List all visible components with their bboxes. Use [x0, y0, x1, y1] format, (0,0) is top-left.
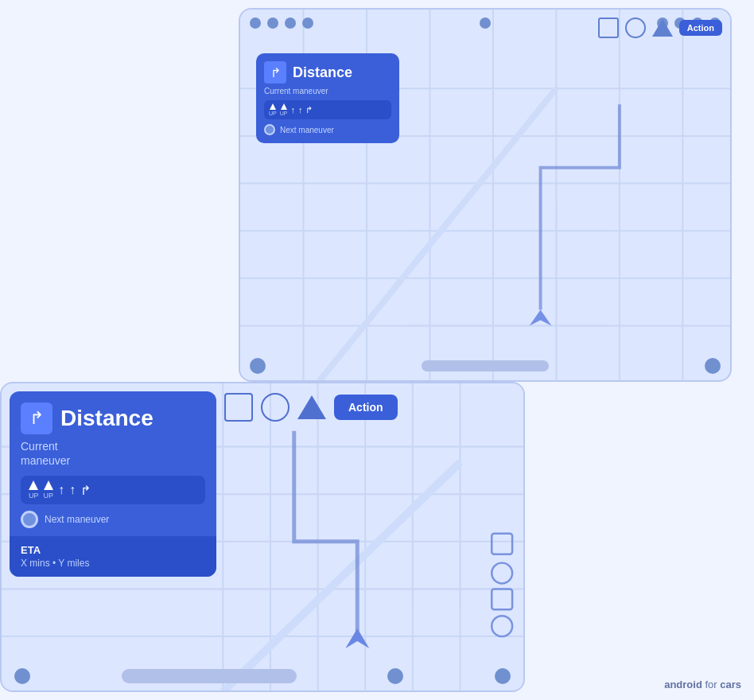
next-maneuver-row-large: Next maneuver — [21, 511, 205, 528]
next-maneuver-row-small: Next maneuver — [264, 124, 391, 135]
bottom-dot-left — [250, 358, 266, 374]
bottom-bar-small — [240, 358, 730, 374]
arrow-up-icon — [270, 103, 276, 110]
nav-title-row-large: ↱ Distance — [21, 402, 205, 434]
lane-up-lg-2: UP — [44, 480, 54, 500]
arrow-up-icon — [281, 103, 287, 110]
lane-up-2: UP — [280, 103, 288, 116]
arrow-up-icon-lg — [29, 480, 38, 490]
bottom-pill-small — [422, 360, 549, 371]
arrow-up-icon-lg — [44, 480, 53, 490]
current-maneuver-large: Currentmaneuver — [21, 439, 205, 468]
arrow-turn-right-icon-lg: ↱ — [80, 483, 91, 498]
large-card: Action ↱ Distance Currentmaneuver UP UP … — [0, 382, 525, 692]
eta-value: X mins • Y miles — [21, 558, 205, 569]
next-maneuver-text-small: Next maneuver — [280, 126, 334, 134]
lane-up-1: UP — [269, 103, 277, 116]
arrow-straight-icon: ↑ — [290, 105, 295, 115]
arrow-straight-icon-lg: ↑ — [69, 483, 76, 497]
bottom-bar-large — [2, 668, 523, 684]
nav-card-large: ↱ Distance Currentmaneuver UP UP ↑ ↑ — [10, 391, 216, 577]
eta-label: ETA — [21, 544, 205, 556]
square-icon-large[interactable] — [224, 393, 253, 422]
action-button-small[interactable]: Action — [679, 20, 722, 36]
triangle-icon-large — [297, 395, 326, 419]
top-bar-small: Action — [598, 18, 722, 38]
square-icon-small[interactable] — [598, 18, 619, 38]
small-card: Action ↱ Distance Current maneuver UP UP… — [239, 8, 732, 382]
lane-straight-2: ↑ — [298, 105, 303, 115]
distance-text-small: Distance — [293, 64, 352, 81]
turn-icon-small: ↱ — [264, 61, 286, 84]
circle-icon-large[interactable] — [261, 393, 290, 422]
top-dot — [285, 18, 296, 29]
lane-straight-lg-1: ↑ — [58, 483, 64, 497]
top-dot-center — [480, 18, 491, 29]
brand-text: android for cars — [664, 679, 741, 690]
bottom-pill-large — [122, 669, 297, 683]
nav-card-main: ↱ Distance Currentmaneuver UP UP ↑ ↑ — [10, 391, 216, 536]
current-maneuver-small: Current maneuver — [264, 87, 391, 95]
brand-for: for — [705, 679, 717, 690]
top-bar-large: Action — [224, 393, 398, 422]
brand-cars: cars — [720, 679, 741, 690]
next-maneuver-dot — [264, 124, 275, 135]
arrow-straight-icon-lg: ↑ — [58, 483, 64, 497]
top-dot — [302, 18, 313, 29]
bottom-dot-right — [705, 358, 721, 374]
action-button-large[interactable]: Action — [334, 395, 398, 420]
bottom-dot-left-lg — [14, 668, 30, 684]
lanes-row-large: UP UP ↑ ↑ ↱ — [21, 476, 205, 504]
lane-straight-1: ↑ — [290, 105, 295, 115]
lanes-row-small: UP UP ↑ ↑ ↱ — [264, 100, 391, 119]
brand-android: android — [664, 679, 702, 690]
circle-icon-small[interactable] — [625, 18, 646, 38]
top-dot — [267, 18, 278, 29]
eta-bar: ETA X mins • Y miles — [10, 536, 216, 577]
bottom-dot-mid-lg — [387, 668, 403, 684]
lane-straight-lg-2: ↑ — [69, 483, 76, 497]
distance-text-large: Distance — [60, 406, 154, 431]
nav-card-small: ↱ Distance Current maneuver UP UP ↑ ↑ ↱ — [256, 53, 399, 143]
nav-title-row: ↱ Distance — [264, 61, 391, 84]
top-dot — [250, 18, 261, 29]
lane-turn-right: ↱ — [305, 105, 313, 115]
next-maneuver-dot-large — [21, 511, 38, 528]
arrow-turn-right-icon: ↱ — [305, 105, 313, 115]
arrow-straight-icon: ↑ — [298, 105, 303, 115]
lane-up-lg-1: UP — [29, 480, 39, 500]
turn-icon-large: ↱ — [21, 402, 52, 434]
next-maneuver-text-large: Next maneuver — [45, 514, 109, 525]
triangle-icon-small — [652, 19, 673, 37]
lane-turn-right-lg: ↱ — [80, 483, 91, 498]
bottom-dot-right-lg — [495, 668, 511, 684]
